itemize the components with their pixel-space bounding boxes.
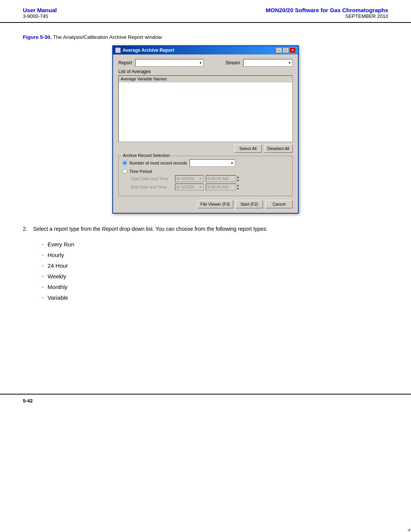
figure-caption-text: The Analysis/Calibration Archive Report … (53, 34, 162, 40)
user-manual-title: User Manual (23, 7, 57, 13)
number-records-label: Number of most recent records (129, 161, 187, 165)
window-wrapper: Average Archive Report ─ □ ✕ Report ▼ (23, 45, 388, 214)
report-field-group: Report ▼ (118, 59, 204, 67)
header-right: MON20/20 Software for Gas Chromatographs… (266, 7, 388, 19)
end-date-value: 6/ 4/2009 (177, 185, 194, 189)
body-text-prefix: Select a report type from the (33, 226, 102, 232)
bullet-text: Monthly (48, 283, 68, 292)
bullet-dot: · (42, 283, 44, 290)
cancel-button[interactable]: Cancel (265, 200, 293, 208)
number-records-radio[interactable] (123, 161, 127, 165)
start-date-label: Start Date and Time (131, 176, 173, 181)
end-time-spinner[interactable]: ▲ ▼ (237, 184, 239, 190)
bullet-text: 24 Hour (48, 261, 68, 270)
average-archive-dialog: Average Archive Report ─ □ ✕ Report ▼ (112, 45, 299, 214)
list-item: ·24 Hour (42, 261, 388, 270)
page-content: Figure 5-30. The Analysis/Calibration Ar… (0, 23, 411, 318)
end-time-input[interactable]: 9:40:05 AM (206, 184, 236, 190)
time-period-row: Time Period (123, 169, 288, 174)
stream-label: Stream (225, 60, 240, 66)
bullet-text: Variable (48, 293, 68, 302)
start-time-input[interactable]: 9:40:05 AM (206, 175, 236, 182)
start-button[interactable]: Start (F2) (236, 200, 263, 208)
stream-select-arrow: ▼ (288, 61, 291, 65)
end-date-input[interactable]: 6/ 4/2009 ▼ (175, 184, 204, 190)
italic-report: Report (102, 226, 118, 232)
bottom-buttons-row: File Viewer (F3) Start (F2) Cancel (118, 200, 293, 208)
step-number: 2. (23, 226, 27, 232)
list-item: ·Hourly (42, 251, 388, 260)
bullet-dot: · (42, 273, 44, 280)
maximize-button[interactable]: □ (283, 48, 289, 53)
start-date-row: Start Date and Time 6/ 4/2009 ▼ 9:40:05 … (131, 175, 288, 182)
product-title: MON20/20 Software for Gas Chromatographs (266, 7, 388, 13)
group-title: Archive Record Selection (122, 153, 171, 158)
time-period-radio[interactable] (123, 169, 127, 174)
body-text-step2: 2. Select a report type from the Report … (23, 225, 388, 233)
list-header: Average Variable Names (119, 76, 292, 82)
records-count-select[interactable]: ▼ (190, 159, 235, 167)
stream-field-group: Stream ▼ (225, 59, 293, 67)
start-date-value: 6/ 4/2009 (177, 176, 194, 181)
bullet-text: Hourly (48, 251, 64, 260)
dialog-titlebar: Average Archive Report ─ □ ✕ (113, 46, 298, 54)
bullet-dot: · (42, 241, 44, 248)
select-all-button[interactable]: Select All (234, 144, 262, 153)
list-item: ·Every Run (42, 240, 388, 249)
bullet-list: ·Every Run·Hourly·24 Hour·Weekly·Monthly… (23, 240, 388, 302)
start-time-up[interactable]: ▲ (237, 175, 239, 179)
list-item: ·Monthly (42, 283, 388, 292)
bullet-text: Every Run (48, 240, 74, 249)
minimize-button[interactable]: ─ (276, 48, 282, 53)
report-stream-row: Report ▼ Stream ▼ (118, 59, 293, 67)
records-count-arrow: ▼ (231, 161, 234, 165)
titlebar-controls: ─ □ ✕ (276, 48, 296, 53)
bullet-dot: · (42, 251, 44, 258)
time-period-label: Time Period (129, 169, 152, 174)
body-text-suffix: drop-down list. You can choose from the … (118, 226, 268, 232)
list-item: ·Weekly (42, 272, 388, 281)
end-time-down[interactable]: ▼ (237, 187, 239, 190)
report-label: Report (118, 60, 132, 66)
averages-list-box: Average Variable Names (118, 75, 293, 142)
start-time-value: 9:40:05 AM (207, 176, 229, 181)
figure-label: Figure 5-30. (23, 34, 52, 40)
select-buttons-row: Select All Deselect All (118, 144, 293, 153)
end-time-up[interactable]: ▲ (237, 184, 239, 187)
number-records-row: Number of most recent records ▼ (123, 159, 288, 167)
bullet-text: Weekly (48, 272, 66, 281)
start-time-spinner[interactable]: ▲ ▼ (237, 175, 239, 182)
end-date-row: End Date and Time 6/ 4/2009 ▼ 9:40:05 AM… (131, 184, 288, 190)
resize-handle[interactable]: ◢ (407, 527, 410, 531)
start-time-down[interactable]: ▼ (237, 179, 239, 182)
page-number: 5-42 (23, 398, 33, 404)
stream-select[interactable]: ▼ (243, 59, 293, 67)
bullet-dot: · (42, 262, 44, 269)
list-content[interactable] (119, 82, 292, 140)
report-select[interactable]: ▼ (135, 59, 204, 67)
start-date-input[interactable]: 6/ 4/2009 ▼ (175, 175, 204, 182)
doc-number: 3-9000-745 (23, 13, 57, 19)
report-select-arrow: ▼ (199, 61, 202, 65)
start-date-arrow: ▼ (199, 177, 202, 181)
list-item: ·Variable (42, 293, 388, 302)
dialog-body: Report ▼ Stream ▼ (113, 54, 298, 213)
close-button[interactable]: ✕ (290, 48, 296, 53)
archive-record-selection-group: Archive Record Selection Number of most … (118, 156, 293, 196)
figure-caption: Figure 5-30. The Analysis/Calibration Ar… (23, 34, 388, 40)
page-header: User Manual 3-9000-745 MON20/20 Software… (0, 0, 411, 23)
titlebar-left: Average Archive Report (115, 48, 174, 53)
deselect-all-button[interactable]: Deselect All (264, 144, 293, 153)
bullet-dot: · (42, 294, 44, 301)
dialog-title: Average Archive Report (123, 48, 174, 53)
file-viewer-button[interactable]: File Viewer (F3) (197, 200, 233, 208)
list-of-averages-label: List of Averages (118, 69, 293, 74)
header-left: User Manual 3-9000-745 (23, 7, 57, 19)
end-date-arrow: ▼ (199, 185, 202, 189)
dialog-icon (115, 48, 121, 53)
header-date: SEPTEMBER 2010 (266, 13, 388, 19)
end-time-value: 9:40:05 AM (207, 185, 229, 189)
end-date-label: End Date and Time (131, 185, 173, 189)
